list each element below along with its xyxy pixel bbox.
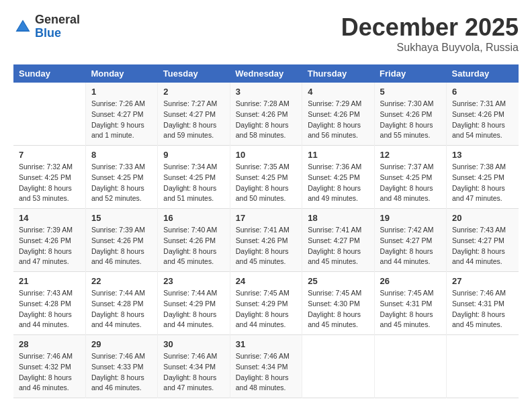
title-section: December 2025 Sukhaya Buyvola, Russia bbox=[341, 13, 519, 54]
month-title: December 2025 bbox=[341, 13, 519, 42]
calendar-table: SundayMondayTuesdayWednesdayThursdayFrid… bbox=[13, 64, 519, 398]
day-number: 16 bbox=[163, 213, 224, 223]
day-number: 11 bbox=[308, 150, 368, 160]
calendar-cell: 15Sunrise: 7:39 AMSunset: 4:26 PMDayligh… bbox=[85, 209, 157, 272]
day-info: Sunrise: 7:46 AMSunset: 4:34 PMDaylight:… bbox=[236, 351, 296, 394]
day-info: Sunrise: 7:33 AMSunset: 4:25 PMDaylight:… bbox=[91, 162, 152, 204]
day-number: 21 bbox=[19, 276, 80, 286]
calendar-header-row: SundayMondayTuesdayWednesdayThursdayFrid… bbox=[13, 64, 519, 83]
calendar-cell: 22Sunrise: 7:44 AMSunset: 4:28 PMDayligh… bbox=[85, 272, 157, 335]
day-info: Sunrise: 7:46 AMSunset: 4:32 PMDaylight:… bbox=[19, 351, 80, 394]
day-number: 2 bbox=[163, 87, 224, 97]
calendar-cell: 9Sunrise: 7:34 AMSunset: 4:25 PMDaylight… bbox=[158, 146, 230, 209]
day-number: 6 bbox=[452, 87, 513, 97]
day-info: Sunrise: 7:41 AMSunset: 4:27 PMDaylight:… bbox=[308, 225, 368, 267]
calendar-cell: 6Sunrise: 7:31 AMSunset: 4:26 PMDaylight… bbox=[447, 83, 519, 146]
page-header: General Blue December 2025 Sukhaya Buyvo… bbox=[13, 13, 519, 54]
day-number: 22 bbox=[91, 276, 152, 286]
calendar-cell: 30Sunrise: 7:46 AMSunset: 4:34 PMDayligh… bbox=[158, 335, 230, 398]
day-number: 5 bbox=[380, 87, 441, 97]
calendar-cell: 26Sunrise: 7:45 AMSunset: 4:31 PMDayligh… bbox=[374, 272, 446, 335]
calendar-cell: 13Sunrise: 7:38 AMSunset: 4:25 PMDayligh… bbox=[447, 146, 519, 209]
day-info: Sunrise: 7:38 AMSunset: 4:25 PMDaylight:… bbox=[452, 162, 513, 204]
calendar-cell: 29Sunrise: 7:46 AMSunset: 4:33 PMDayligh… bbox=[85, 335, 157, 398]
logo-text: General Blue bbox=[35, 13, 80, 40]
calendar-cell: 19Sunrise: 7:42 AMSunset: 4:27 PMDayligh… bbox=[374, 209, 446, 272]
calendar-week-row: 1Sunrise: 7:26 AMSunset: 4:27 PMDaylight… bbox=[13, 83, 519, 146]
calendar-cell: 18Sunrise: 7:41 AMSunset: 4:27 PMDayligh… bbox=[302, 209, 374, 272]
header-wednesday: Wednesday bbox=[230, 64, 302, 83]
day-info: Sunrise: 7:45 AMSunset: 4:30 PMDaylight:… bbox=[308, 288, 368, 330]
header-saturday: Saturday bbox=[447, 64, 519, 83]
calendar-cell: 31Sunrise: 7:46 AMSunset: 4:34 PMDayligh… bbox=[230, 335, 302, 398]
calendar-cell: 7Sunrise: 7:32 AMSunset: 4:25 PMDaylight… bbox=[13, 146, 85, 209]
day-number: 8 bbox=[91, 150, 152, 160]
day-number: 13 bbox=[452, 150, 513, 160]
calendar-cell bbox=[302, 335, 374, 398]
logo: General Blue bbox=[13, 13, 80, 40]
header-thursday: Thursday bbox=[302, 64, 374, 83]
svg-marker-1 bbox=[17, 21, 29, 30]
day-info: Sunrise: 7:46 AMSunset: 4:34 PMDaylight:… bbox=[163, 351, 224, 394]
day-info: Sunrise: 7:35 AMSunset: 4:25 PMDaylight:… bbox=[236, 162, 296, 204]
location-subtitle: Sukhaya Buyvola, Russia bbox=[341, 42, 519, 54]
calendar-week-row: 7Sunrise: 7:32 AMSunset: 4:25 PMDaylight… bbox=[13, 146, 519, 209]
calendar-cell: 2Sunrise: 7:27 AMSunset: 4:27 PMDaylight… bbox=[158, 83, 230, 146]
day-number: 25 bbox=[308, 276, 368, 286]
day-number: 7 bbox=[19, 150, 80, 160]
calendar-cell: 3Sunrise: 7:28 AMSunset: 4:26 PMDaylight… bbox=[230, 83, 302, 146]
calendar-cell: 1Sunrise: 7:26 AMSunset: 4:27 PMDaylight… bbox=[85, 83, 157, 146]
day-info: Sunrise: 7:44 AMSunset: 4:28 PMDaylight:… bbox=[91, 288, 152, 330]
calendar-cell: 4Sunrise: 7:29 AMSunset: 4:26 PMDaylight… bbox=[302, 83, 374, 146]
calendar-cell: 27Sunrise: 7:46 AMSunset: 4:31 PMDayligh… bbox=[447, 272, 519, 335]
day-info: Sunrise: 7:39 AMSunset: 4:26 PMDaylight:… bbox=[19, 225, 80, 267]
day-number: 28 bbox=[19, 339, 80, 349]
calendar-week-row: 28Sunrise: 7:46 AMSunset: 4:32 PMDayligh… bbox=[13, 335, 519, 398]
day-info: Sunrise: 7:29 AMSunset: 4:26 PMDaylight:… bbox=[308, 99, 368, 141]
calendar-week-row: 14Sunrise: 7:39 AMSunset: 4:26 PMDayligh… bbox=[13, 209, 519, 272]
day-number: 17 bbox=[236, 213, 296, 223]
header-monday: Monday bbox=[85, 64, 157, 83]
calendar-cell: 28Sunrise: 7:46 AMSunset: 4:32 PMDayligh… bbox=[13, 335, 85, 398]
day-number: 4 bbox=[308, 87, 368, 97]
calendar-cell: 20Sunrise: 7:43 AMSunset: 4:27 PMDayligh… bbox=[447, 209, 519, 272]
day-number: 30 bbox=[163, 339, 224, 349]
day-info: Sunrise: 7:26 AMSunset: 4:27 PMDaylight:… bbox=[91, 99, 152, 141]
header-sunday: Sunday bbox=[13, 64, 85, 83]
day-number: 29 bbox=[91, 339, 152, 349]
day-info: Sunrise: 7:45 AMSunset: 4:29 PMDaylight:… bbox=[236, 288, 296, 330]
day-info: Sunrise: 7:27 AMSunset: 4:27 PMDaylight:… bbox=[163, 99, 224, 141]
day-number: 10 bbox=[236, 150, 296, 160]
day-info: Sunrise: 7:43 AMSunset: 4:27 PMDaylight:… bbox=[452, 225, 513, 267]
day-number: 20 bbox=[452, 213, 513, 223]
day-number: 26 bbox=[380, 276, 441, 286]
day-number: 3 bbox=[236, 87, 296, 97]
day-info: Sunrise: 7:40 AMSunset: 4:26 PMDaylight:… bbox=[163, 225, 224, 267]
header-friday: Friday bbox=[374, 64, 446, 83]
calendar-cell: 5Sunrise: 7:30 AMSunset: 4:26 PMDaylight… bbox=[374, 83, 446, 146]
day-info: Sunrise: 7:28 AMSunset: 4:26 PMDaylight:… bbox=[236, 99, 296, 141]
day-info: Sunrise: 7:37 AMSunset: 4:25 PMDaylight:… bbox=[380, 162, 441, 204]
calendar-cell bbox=[374, 335, 446, 398]
calendar-cell: 23Sunrise: 7:44 AMSunset: 4:29 PMDayligh… bbox=[158, 272, 230, 335]
calendar-cell: 16Sunrise: 7:40 AMSunset: 4:26 PMDayligh… bbox=[158, 209, 230, 272]
calendar-cell: 11Sunrise: 7:36 AMSunset: 4:25 PMDayligh… bbox=[302, 146, 374, 209]
day-info: Sunrise: 7:43 AMSunset: 4:28 PMDaylight:… bbox=[19, 288, 80, 330]
logo-general: General bbox=[35, 13, 80, 27]
header-tuesday: Tuesday bbox=[158, 64, 230, 83]
day-number: 14 bbox=[19, 213, 80, 223]
calendar-cell: 12Sunrise: 7:37 AMSunset: 4:25 PMDayligh… bbox=[374, 146, 446, 209]
day-info: Sunrise: 7:45 AMSunset: 4:31 PMDaylight:… bbox=[380, 288, 441, 330]
calendar-cell: 10Sunrise: 7:35 AMSunset: 4:25 PMDayligh… bbox=[230, 146, 302, 209]
calendar-cell: 24Sunrise: 7:45 AMSunset: 4:29 PMDayligh… bbox=[230, 272, 302, 335]
day-info: Sunrise: 7:31 AMSunset: 4:26 PMDaylight:… bbox=[452, 99, 513, 141]
calendar-cell: 8Sunrise: 7:33 AMSunset: 4:25 PMDaylight… bbox=[85, 146, 157, 209]
logo-icon bbox=[13, 17, 32, 36]
calendar-week-row: 21Sunrise: 7:43 AMSunset: 4:28 PMDayligh… bbox=[13, 272, 519, 335]
calendar-cell: 21Sunrise: 7:43 AMSunset: 4:28 PMDayligh… bbox=[13, 272, 85, 335]
calendar-cell: 14Sunrise: 7:39 AMSunset: 4:26 PMDayligh… bbox=[13, 209, 85, 272]
calendar-cell: 17Sunrise: 7:41 AMSunset: 4:26 PMDayligh… bbox=[230, 209, 302, 272]
day-number: 23 bbox=[163, 276, 224, 286]
logo-blue: Blue bbox=[35, 27, 80, 40]
day-info: Sunrise: 7:36 AMSunset: 4:25 PMDaylight:… bbox=[308, 162, 368, 204]
